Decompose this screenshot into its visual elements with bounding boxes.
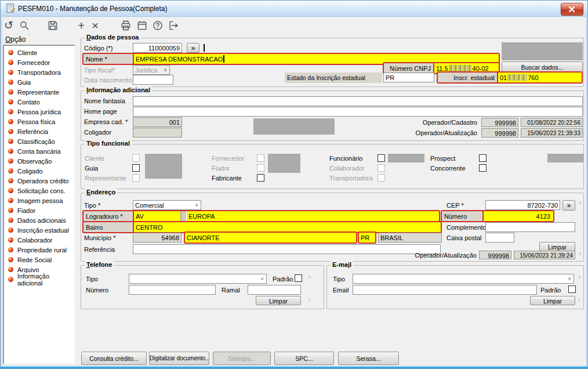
- bullet-icon: [8, 89, 13, 95]
- ie-field[interactable]: 01760: [498, 73, 582, 82]
- municipio-field[interactable]: CIANORTE: [185, 233, 356, 243]
- codigo-field[interactable]: 110000059: [133, 43, 182, 53]
- home-page-field[interactable]: [133, 107, 583, 117]
- tipo-fiscal-select: Jurídica∨: [133, 65, 170, 75]
- funcional-funcionario-checkbox[interactable]: [378, 154, 385, 162]
- bullet-icon: [8, 188, 13, 193]
- funcional-fiador-checkbox: [257, 164, 264, 172]
- email-tipo-select[interactable]: ∨: [353, 274, 574, 284]
- redacted-block: [145, 154, 182, 179]
- funcional-concorrente-checkbox[interactable]: [479, 164, 487, 172]
- sidebar-item-conta-bancaria[interactable]: Conta bancária: [4, 146, 74, 156]
- funcional-cliente-label: Cliente: [85, 155, 104, 162]
- sidebar-item-pessoa-juridica[interactable]: Pessoa jurídica: [4, 107, 74, 117]
- sidebar-item-operadora-credito[interactable]: Operadora crédito: [4, 176, 74, 186]
- sidebar-item-classificacao[interactable]: Classificação: [4, 136, 74, 146]
- funcional-guia-checkbox[interactable]: [132, 164, 140, 172]
- cep-jump-button[interactable]: »: [562, 200, 575, 211]
- digitalizar-documento-button[interactable]: Digitalizar documento...: [149, 352, 209, 365]
- print-icon[interactable]: [120, 20, 133, 32]
- scroll-up-icon[interactable]: ∧: [577, 200, 584, 205]
- nome-fantasia-field[interactable]: [133, 96, 583, 106]
- sidebar-item-imagem-pessoa[interactable]: Imagem pessoa: [4, 196, 74, 205]
- scroll-down-icon[interactable]: ∨: [577, 251, 584, 256]
- telefone-numero-field[interactable]: [129, 285, 216, 295]
- add-icon[interactable]: +: [78, 20, 90, 32]
- sidebar-item-representante[interactable]: Representante: [4, 87, 74, 97]
- email-limpar-button[interactable]: Limpar: [530, 296, 575, 305]
- funcional-fabricante-checkbox[interactable]: [257, 174, 264, 182]
- redacted-block: [502, 42, 583, 60]
- coligador-field: [133, 128, 182, 138]
- ie-row-highlight: Inscr. estadual 01760: [437, 71, 583, 84]
- chevron-down-icon: ∨: [195, 202, 198, 208]
- help-icon[interactable]: [152, 20, 165, 32]
- cep-field[interactable]: 87202-730: [485, 200, 560, 210]
- sidebar-item-contato[interactable]: Contato: [4, 97, 74, 107]
- text-caret: [204, 44, 205, 52]
- search-icon[interactable]: [19, 20, 31, 32]
- bullet-icon: [8, 139, 13, 144]
- sidebar-item-solicitacao-cons[interactable]: Solicitação cons.: [4, 186, 74, 196]
- funcional-fornecedor-label: Fornecedor: [212, 155, 244, 162]
- scroll-down-icon[interactable]: ∨: [306, 297, 313, 302]
- sidebar-item-observacao[interactable]: Observação: [4, 156, 74, 166]
- ramal-field[interactable]: [248, 285, 301, 295]
- complemento-field[interactable]: [485, 222, 575, 232]
- funcional-prospect-checkbox[interactable]: [479, 154, 487, 162]
- sidebar-item-transportadora[interactable]: Transportadora: [4, 67, 74, 77]
- sidebar-item-fiador[interactable]: Fiador: [4, 205, 74, 215]
- ie-label: Inscr. estadual: [438, 73, 498, 82]
- codigo-jump-button[interactable]: »: [187, 43, 199, 53]
- email-field[interactable]: [353, 285, 537, 295]
- sidebar-item-dados-adicionais[interactable]: Dados adicionais: [4, 215, 74, 225]
- endereco-limpar-button[interactable]: Limpar: [539, 242, 575, 251]
- sidebar-item-informacao-adicional[interactable]: Informação adicional: [4, 274, 74, 284]
- spc-button[interactable]: SPC...: [274, 352, 334, 365]
- sidebar-item-colaborador[interactable]: Colaborador: [4, 235, 74, 245]
- data-nascimento-field[interactable]: [133, 75, 173, 85]
- logradouro-tipo-field[interactable]: AV: [134, 211, 180, 221]
- delete-icon[interactable]: ×: [92, 20, 104, 32]
- serasa-button[interactable]: Serasa...: [338, 352, 399, 365]
- sidebar-item-pessoa-fisica[interactable]: Pessoa física: [4, 117, 74, 126]
- sidebar-item-inscricao-estadual[interactable]: Inscrição estadual: [4, 225, 74, 235]
- sidebar-item-referencia[interactable]: Referência: [4, 126, 74, 136]
- consulta-credito-button[interactable]: Consulta crédito...: [81, 352, 147, 365]
- sidebar-item-cliente[interactable]: Cliente: [4, 48, 74, 57]
- endereco-tipo-select[interactable]: Comercial∨: [133, 200, 201, 210]
- email-padrao-checkbox[interactable]: [568, 285, 576, 293]
- estado-ie-field[interactable]: PR: [383, 73, 434, 82]
- calendar-icon[interactable]: [136, 20, 149, 32]
- sidebar-item-propriedade-rural[interactable]: Propriedade rural: [4, 245, 74, 255]
- bairro-field[interactable]: CENTRO: [134, 222, 441, 232]
- uf-field[interactable]: PR: [359, 233, 375, 243]
- sidebar-item-fornecedor[interactable]: Fornecedor: [4, 57, 74, 67]
- logradouro-label: Logradouro *: [84, 211, 134, 221]
- close-button[interactable]: [561, 3, 583, 16]
- telefone-padrao-checkbox[interactable]: [295, 274, 302, 282]
- telefone-limpar-button[interactable]: Limpar: [256, 296, 301, 305]
- exit-icon[interactable]: [168, 20, 180, 32]
- sidebar-item-guia[interactable]: Guia: [4, 77, 74, 87]
- undo-icon[interactable]: ↺: [4, 20, 17, 32]
- estado-ie-label: Estado da Inscrição estadual: [285, 73, 382, 83]
- numero-row-highlight: Número 4123: [441, 210, 554, 222]
- scroll-up-icon[interactable]: ∧: [576, 274, 583, 280]
- funcional-colaborador-label: Colaborador: [329, 165, 365, 172]
- scroll-up-icon[interactable]: ∧: [306, 274, 313, 280]
- save-icon[interactable]: [47, 20, 60, 32]
- numero-field[interactable]: 4123: [484, 211, 553, 221]
- sidebar-item-rede-social[interactable]: Rede Social: [4, 255, 74, 265]
- option-list[interactable]: Cliente Fornecedor Transportadora Guia R…: [3, 45, 75, 364]
- sidebar-item-coligado[interactable]: Coligado: [4, 166, 74, 176]
- logradouro-field[interactable]: EUROPA: [187, 211, 439, 221]
- group-title: E-mail: [331, 261, 353, 268]
- telefone-numero-label: Número: [86, 287, 108, 294]
- scroll-down-icon[interactable]: ∨: [576, 297, 583, 302]
- bullet-icon: [8, 257, 13, 262]
- caixa-postal-field[interactable]: [485, 233, 514, 243]
- redacted-block: [253, 118, 335, 135]
- telefone-tipo-select[interactable]: ∨: [129, 274, 267, 284]
- empresa-cad-label: Empresa cad. *: [84, 118, 128, 125]
